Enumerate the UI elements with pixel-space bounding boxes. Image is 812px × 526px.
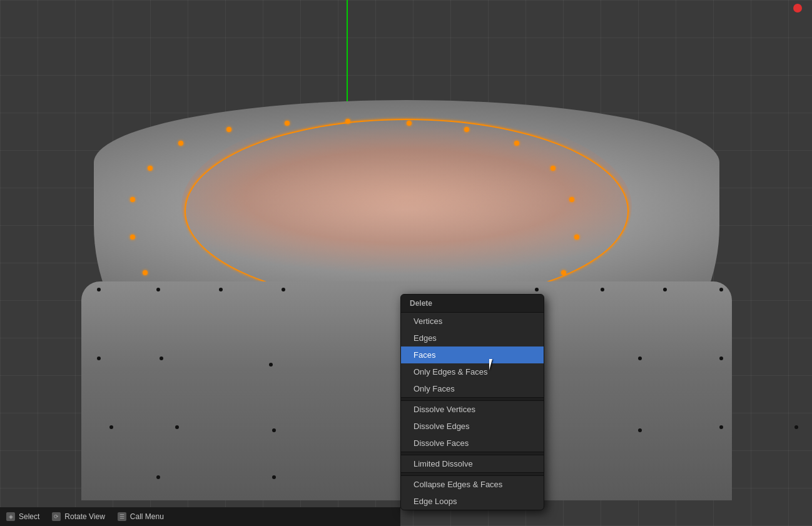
vertex-dot [156,288,160,291]
menu-title: Delete [401,295,544,313]
vertex-dot [569,197,574,202]
vertex-dot [514,141,519,146]
menu-item-only-faces[interactable]: Only Faces [401,380,544,397]
vertex-dot [97,357,101,360]
vertex-dot [130,235,135,240]
vertex-dot [561,270,566,275]
menu-item-edges[interactable]: Edges [401,330,544,346]
vertex-dot [226,127,231,132]
vertex-dot [97,288,101,291]
vertex-dot [638,428,642,432]
menu-item-edge-loops[interactable]: Edge Loops [401,493,544,510]
vertex-dot [719,288,723,291]
vertex-dot [219,288,223,291]
vertex-dot [574,235,579,240]
call-menu-label: Call Menu [130,512,164,521]
red-indicator-dot [793,4,802,13]
menu-item-vertices[interactable]: Vertices [401,313,544,330]
menu-item-dissolve-faces[interactable]: Dissolve Faces [401,435,544,452]
menu-item-dissolve-vertices[interactable]: Dissolve Vertices [401,401,544,418]
menu-item-dissolve-edges[interactable]: Dissolve Edges [401,418,544,435]
select-icon: ◈ [6,512,15,521]
context-menu: Delete Vertices Edges Faces Only Edges &… [400,294,544,510]
menu-item-collapse-edges-faces[interactable]: Collapse Edges & Faces [401,476,544,493]
vertex-dot [130,197,135,202]
vertex-dot [663,288,667,291]
vertex-dot [464,127,469,132]
selected-edge-outline [185,119,629,303]
vertex-dot [285,121,290,126]
vertex-dot [272,428,276,432]
toolbar-select: ◈ Select [6,512,39,521]
vertex-dot [175,425,179,429]
menu-item-only-edges-faces[interactable]: Only Edges & Faces [401,363,544,380]
bottom-toolbar: ◈ Select ⟳ Rotate View ☰ Call Menu [0,507,400,526]
vertex-dot [601,288,604,291]
select-label: Select [19,512,39,521]
vertex-dot [719,425,723,429]
vertex-dot [178,141,183,146]
vertex-dot [345,119,350,124]
vertex-dot [551,166,556,171]
vertex-dot [282,288,285,291]
vertex-dot [407,121,412,126]
vertex-dot [143,270,148,275]
toolbar-call-menu[interactable]: ☰ Call Menu [118,512,164,521]
vertex-dot [156,475,160,479]
menu-item-limited-dissolve[interactable]: Limited Dissolve [401,455,544,472]
vertex-dot [535,288,539,291]
vertex-dot [160,357,163,360]
vertex-dot [638,357,642,360]
vertex-dot [719,357,723,360]
y-axis-line [347,0,348,106]
rotate-view-icon: ⟳ [52,512,61,521]
call-menu-icon: ☰ [118,512,126,521]
vertex-dot [109,425,113,429]
toolbar-rotate-view[interactable]: ⟳ Rotate View [52,512,104,521]
rotate-view-label: Rotate View [64,512,104,521]
vertex-dot [272,475,276,479]
menu-item-faces[interactable]: Faces [401,346,544,363]
vertex-dot [148,166,153,171]
vertex-dot [269,363,273,367]
vertex-dot [794,425,798,429]
